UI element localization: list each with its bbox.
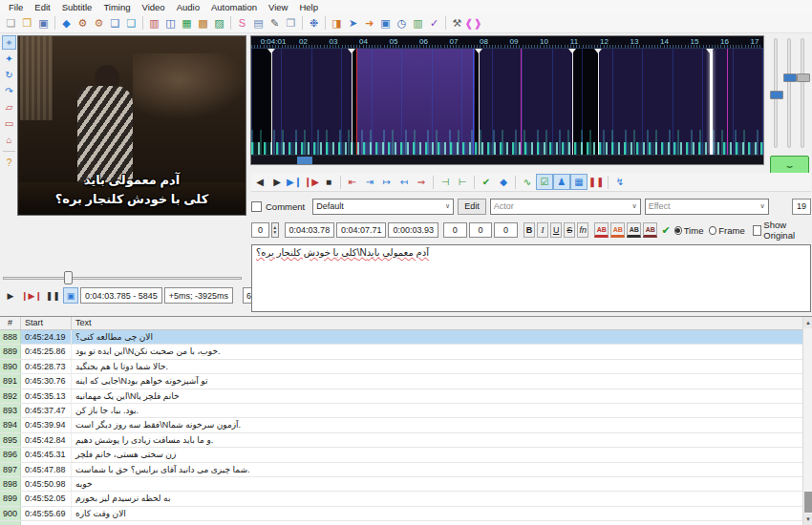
marker-handle-icon[interactable] <box>594 49 602 53</box>
color-button-4[interactable]: AB <box>643 222 657 238</box>
scroll-down-icon[interactable]: ▼ <box>803 514 812 525</box>
menu-file[interactable]: File <box>3 2 29 12</box>
shift-times-icon[interactable]: ◨ <box>329 15 345 32</box>
subtitle-row-894[interactable]: 8940:45:39.94فقط سه روز دیگر است\Nآزمون … <box>0 418 802 432</box>
snap-icon[interactable]: ▣ <box>377 15 394 32</box>
duration-field[interactable]: 0:00:03.93 <box>388 222 438 238</box>
menu-timing[interactable]: Timing <box>97 2 136 12</box>
fonts-collector-icon[interactable]: ▩ <box>195 15 211 32</box>
zoom-vertical-slider-handle[interactable] <box>770 91 783 99</box>
edit-style-button[interactable]: Edit <box>458 199 486 215</box>
attachments-icon[interactable]: ⚙ <box>91 15 107 32</box>
help-icon[interactable]: ? <box>2 156 16 170</box>
spellcheck-icon[interactable]: ▦ <box>179 15 195 32</box>
scale-tool-icon[interactable]: ▱ <box>2 100 16 115</box>
vector-clip-tool-icon[interactable]: ⌂ <box>2 133 16 147</box>
jump-to-icon[interactable]: ◆ <box>58 15 75 32</box>
rotate-z-tool-icon[interactable]: ↻ <box>2 68 16 82</box>
scroll-up-icon[interactable]: ▲ <box>803 317 812 328</box>
subtitle-row-898[interactable]: 8980:45:50.98خوبه <box>0 477 802 492</box>
link-slider[interactable] <box>801 38 804 148</box>
color-button-3[interactable]: AB <box>627 222 641 238</box>
subtitle-row-891[interactable]: 8910:45:30.76جایی که اینه\Nتو آشپزخونه خ… <box>0 374 802 388</box>
select-lines-icon[interactable]: ➤ <box>345 15 361 32</box>
strikeout-button[interactable]: S <box>564 222 575 238</box>
style-editor-icon[interactable]: ◫ <box>162 15 179 32</box>
audio-marker[interactable] <box>521 49 522 155</box>
kanji-timer-icon[interactable]: ✓ <box>426 15 442 32</box>
play-before-button[interactable]: ⇤ <box>344 174 361 190</box>
brackets-icon[interactable]: ❰❱ <box>465 15 481 32</box>
next-line-button[interactable]: ▶ <box>268 174 286 190</box>
menu-automation[interactable]: Automation <box>205 2 263 12</box>
audio-marker[interactable] <box>710 49 713 155</box>
audio-marker[interactable] <box>352 49 353 155</box>
play-line-button[interactable]: ❙▶ <box>303 174 320 190</box>
start-time-field[interactable]: 0:04:03.78 <box>285 222 334 238</box>
play-after-button[interactable]: ⇥ <box>361 174 378 190</box>
marker-handle-icon[interactable] <box>348 49 355 53</box>
audio-marker[interactable] <box>479 49 480 155</box>
subtitle-row-890[interactable]: 8900:45:28.73حالا شما دوتا با هم بجنگید. <box>0 360 802 374</box>
autocommit-toggle[interactable]: ∿ <box>519 174 536 190</box>
margin-vertical-field[interactable]: 0 <box>494 222 518 238</box>
menu-subtitle[interactable]: Subtitle <box>56 2 98 12</box>
subtitle-row-897[interactable]: 8970:45:47.88شما چیزی می دانید آقای برای… <box>0 463 802 477</box>
link-slider-handle[interactable] <box>797 74 810 82</box>
copy-icon[interactable]: ❐ <box>283 15 299 32</box>
open-audio-icon[interactable]: ❑ <box>123 15 139 32</box>
layer-stepper[interactable]: ▲▼ <box>271 222 279 238</box>
audio-marker[interactable] <box>598 49 599 155</box>
volume-slider-handle[interactable] <box>783 74 797 82</box>
layer-field[interactable]: 0 <box>251 222 269 238</box>
color-button-2[interactable]: AB <box>610 222 625 238</box>
clock-icon[interactable]: ◷ <box>394 15 410 32</box>
open-video-icon[interactable]: ❑ <box>107 15 123 32</box>
marker-handle-icon[interactable] <box>706 49 714 53</box>
menu-edit[interactable]: Edit <box>29 2 55 12</box>
audio-scrollbar-thumb[interactable] <box>297 157 312 164</box>
play-button[interactable]: ▶ <box>3 287 18 304</box>
color-button-1[interactable]: AB <box>594 222 609 238</box>
automation-icon[interactable]: ❉ <box>306 15 322 32</box>
autonext-toggle[interactable]: ☑ <box>536 174 553 190</box>
by-frame-radio[interactable] <box>709 226 716 235</box>
subtitle-row-899[interactable]: 8990:45:52.05به لحظه نرسیدم لیز بخورم <box>0 492 802 506</box>
audio-marker[interactable] <box>727 49 728 155</box>
italic-button[interactable]: I <box>537 222 548 238</box>
autoscroll-toggle[interactable]: ♟ <box>553 174 570 190</box>
edit-pencil-icon[interactable]: ✎ <box>267 15 283 32</box>
prev-line-button[interactable]: ◀ <box>251 174 268 190</box>
audio-spectrogram[interactable] <box>251 49 763 155</box>
menu-view[interactable]: View <box>263 2 293 12</box>
audio-marker[interactable] <box>473 49 474 155</box>
pause-button[interactable]: ❚❚ <box>45 287 61 304</box>
volume-slider[interactable] <box>787 38 791 148</box>
menu-audio[interactable]: Audio <box>171 2 205 12</box>
end-time-field[interactable]: 0:04:07.71 <box>336 222 386 238</box>
play-line-button[interactable]: ❙▶❙ <box>20 287 43 304</box>
goto-selection-button[interactable]: ◆ <box>495 174 512 190</box>
subtitle-row-888[interactable]: 8880:45:24.19الان چی مطالعه کنی؟ <box>0 330 802 345</box>
comment-checkbox[interactable] <box>251 201 262 212</box>
commit-check-icon[interactable]: ✔ <box>659 222 672 238</box>
marker-handle-icon[interactable] <box>568 49 576 53</box>
new-file-icon[interactable]: ❏ <box>3 15 19 32</box>
commit-button[interactable]: ✔ <box>478 174 495 190</box>
audio-scrollbar[interactable] <box>251 155 763 164</box>
properties-icon[interactable]: ⚙ <box>75 15 91 32</box>
subtitle-row-896[interactable]: 8960:45:45.31زن سختی هستی، خانم فلچر <box>0 448 802 462</box>
audio-marker[interactable] <box>572 49 573 155</box>
spectrum-toggle[interactable]: ▦ <box>570 174 588 190</box>
standard-tool-icon[interactable]: ⌖ <box>2 35 16 50</box>
audio-marker[interactable] <box>271 49 272 155</box>
grid-scrollbar-thumb[interactable] <box>804 492 812 513</box>
marker-handle-icon[interactable] <box>267 49 275 53</box>
grid-scrollbar[interactable]: ▲ ▼ <box>802 317 812 525</box>
play-to-end-button[interactable]: ⇒ <box>413 174 430 190</box>
lead-in-button[interactable]: ⊣ <box>437 174 454 190</box>
by-time-radio[interactable] <box>674 226 682 235</box>
stop-button[interactable]: ■ <box>320 174 337 190</box>
play-first-500ms-button[interactable]: ↦ <box>378 174 395 190</box>
effect-select[interactable]: Effect ∨ <box>645 199 769 215</box>
